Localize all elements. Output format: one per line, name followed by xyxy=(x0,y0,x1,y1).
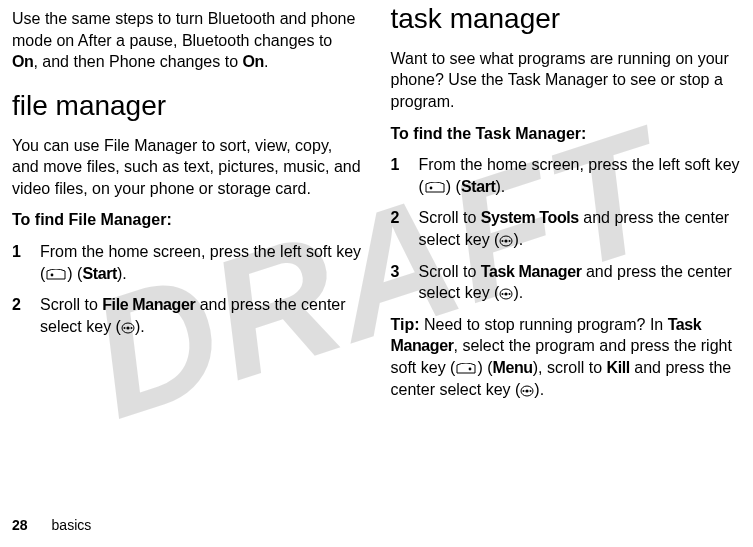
right-column: task manager Want to see what programs a… xyxy=(391,0,742,410)
t: ). xyxy=(513,231,523,248)
svg-point-17 xyxy=(526,389,529,392)
center-select-icon xyxy=(121,322,135,336)
bt-intro-b: , and then Phone changes to xyxy=(33,53,242,70)
start-label: Start xyxy=(461,178,495,195)
svg-point-2 xyxy=(123,327,125,329)
t: Need to stop running program? In xyxy=(420,316,668,333)
left-column: Use the same steps to turn Bluetooth and… xyxy=(12,0,363,410)
fm-step-1: 1 From the home screen, press the left s… xyxy=(12,241,363,284)
system-tools-label: System Tools xyxy=(481,209,579,226)
file-manager-find: To find File Manager: xyxy=(12,209,363,231)
svg-point-0 xyxy=(51,273,54,276)
file-manager-heading: file manager xyxy=(12,87,363,125)
fm-step-2: 2 Scroll to File Manager and press the c… xyxy=(12,294,363,337)
start-label: Start xyxy=(82,265,116,282)
bt-on1: On xyxy=(12,53,33,70)
svg-point-11 xyxy=(502,293,504,295)
left-softkey-icon xyxy=(45,269,67,283)
left-softkey-icon xyxy=(424,182,446,196)
page-number: 28 xyxy=(12,517,28,533)
footer-section: basics xyxy=(52,517,92,533)
svg-point-7 xyxy=(502,240,504,242)
task-manager-heading: task manager xyxy=(391,0,742,38)
svg-point-9 xyxy=(509,240,511,242)
fm-step-2-text: Scroll to File Manager and press the cen… xyxy=(40,294,363,337)
step-number: 3 xyxy=(391,261,405,304)
center-select-icon xyxy=(499,288,513,302)
t: Scroll to xyxy=(419,209,481,226)
t: Scroll to xyxy=(419,263,481,280)
menu-label: Menu xyxy=(493,359,533,376)
t: ). xyxy=(135,318,145,335)
t: ) ( xyxy=(446,178,461,195)
file-manager-label: File Manager xyxy=(102,296,195,313)
tip-paragraph: Tip: Need to stop running program? In Ta… xyxy=(391,314,742,400)
center-select-icon xyxy=(499,235,513,249)
task-manager-find: To find the Task Manager: xyxy=(391,123,742,145)
svg-point-4 xyxy=(130,327,132,329)
svg-point-13 xyxy=(509,293,511,295)
t: ) ( xyxy=(477,359,492,376)
fm-step-1-text: From the home screen, press the left sof… xyxy=(40,241,363,284)
task-manager-desc: Want to see what programs are running on… xyxy=(391,48,742,113)
bt-intro-a: Use the same steps to turn Bluetooth and… xyxy=(12,10,355,49)
tm-step-3: 3 Scroll to Task Manager and press the c… xyxy=(391,261,742,304)
tm-step-3-text: Scroll to Task Manager and press the cen… xyxy=(419,261,742,304)
t: Scroll to xyxy=(40,296,102,313)
svg-point-5 xyxy=(429,186,432,189)
t: ), scroll to xyxy=(533,359,607,376)
svg-point-14 xyxy=(469,368,472,371)
task-manager-label: Task Manager xyxy=(481,263,582,280)
t: ). xyxy=(534,381,544,398)
svg-point-12 xyxy=(505,293,508,296)
tip-lead: Tip: xyxy=(391,316,420,333)
page-footer: 28basics xyxy=(12,516,91,535)
step-number: 2 xyxy=(391,207,405,250)
bt-intro: Use the same steps to turn Bluetooth and… xyxy=(12,8,363,73)
svg-point-16 xyxy=(523,390,525,392)
columns: Use the same steps to turn Bluetooth and… xyxy=(12,0,741,410)
tm-step-2: 2 Scroll to System Tools and press the c… xyxy=(391,207,742,250)
center-select-icon xyxy=(520,385,534,399)
t: ). xyxy=(495,178,505,195)
right-softkey-icon xyxy=(455,363,477,377)
svg-point-3 xyxy=(126,326,129,329)
tm-step-2-text: Scroll to System Tools and press the cen… xyxy=(419,207,742,250)
file-manager-desc: You can use File Manager to sort, view, … xyxy=(12,135,363,200)
tm-step-1: 1 From the home screen, press the left s… xyxy=(391,154,742,197)
svg-point-18 xyxy=(530,390,532,392)
step-number: 2 xyxy=(12,294,26,337)
t: ) ( xyxy=(67,265,82,282)
t: ). xyxy=(513,284,523,301)
kill-label: Kill xyxy=(607,359,630,376)
svg-point-8 xyxy=(505,239,508,242)
step-number: 1 xyxy=(391,154,405,197)
step-number: 1 xyxy=(12,241,26,284)
t: ). xyxy=(117,265,127,282)
tm-step-1-text: From the home screen, press the left sof… xyxy=(419,154,742,197)
bt-on2: On xyxy=(242,53,263,70)
